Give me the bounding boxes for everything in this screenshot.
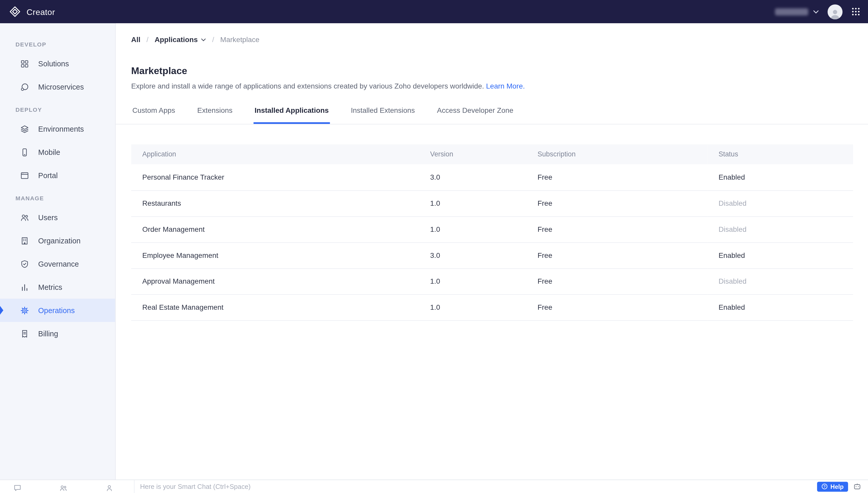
users-icon bbox=[20, 213, 29, 222]
cell-application: Restaurants bbox=[131, 190, 419, 216]
cell-status: Disabled bbox=[707, 268, 853, 294]
cell-application: Approval Management bbox=[131, 268, 419, 294]
breadcrumb-separator: / bbox=[212, 35, 214, 43]
sidebar-item-environments[interactable]: Environments bbox=[0, 117, 115, 141]
cell-application: Personal Finance Tracker bbox=[131, 164, 419, 190]
cell-version: 1.0 bbox=[419, 268, 526, 294]
sidebar-item-metrics[interactable]: Metrics bbox=[0, 275, 115, 299]
solutions-icon bbox=[20, 59, 29, 68]
cell-status: Enabled bbox=[707, 242, 853, 269]
cell-version: 1.0 bbox=[419, 190, 526, 216]
cell-status: Disabled bbox=[707, 190, 853, 216]
chat-icon[interactable] bbox=[13, 484, 21, 492]
main-content: All / Applications / Marketplace Marketp… bbox=[116, 23, 868, 479]
cell-version: 3.0 bbox=[419, 242, 526, 269]
user-icon[interactable] bbox=[105, 484, 113, 492]
cell-subscription: Free bbox=[526, 164, 707, 190]
tab-installed-extensions[interactable]: Installed Extensions bbox=[350, 103, 416, 124]
contacts-icon[interactable] bbox=[59, 484, 67, 492]
cell-status: Enabled bbox=[707, 164, 853, 190]
sidebar-section-manage: MANAGE bbox=[0, 187, 115, 206]
apps-grid-icon[interactable] bbox=[851, 7, 860, 16]
billing-icon bbox=[20, 329, 29, 338]
sidebar-item-label: Environments bbox=[38, 125, 84, 133]
cell-subscription: Free bbox=[526, 294, 707, 320]
col-status: Status bbox=[707, 144, 853, 164]
sidebar-item-label: Metrics bbox=[38, 283, 62, 291]
chevron-down-icon bbox=[813, 9, 819, 14]
smart-chat-input[interactable]: Here is your Smart Chat (Ctrl+Space) bbox=[135, 483, 817, 490]
breadcrumb-separator: / bbox=[146, 35, 148, 43]
sidebar-item-governance[interactable]: Governance bbox=[0, 252, 115, 275]
sidebar-item-operations[interactable]: Operations bbox=[0, 299, 115, 322]
microservices-icon bbox=[20, 82, 29, 91]
topbar: Creator bbox=[0, 0, 868, 23]
col-application: Application bbox=[131, 144, 419, 164]
svg-text:?: ? bbox=[824, 485, 826, 489]
table-row[interactable]: Approval Management 1.0 Free Disabled bbox=[131, 268, 853, 294]
table-row[interactable]: Order Management 1.0 Free Disabled bbox=[131, 216, 853, 242]
sidebar-item-organization[interactable]: Organization bbox=[0, 229, 115, 252]
environments-icon bbox=[20, 124, 29, 133]
page-description-text: Explore and install a wide range of appl… bbox=[131, 82, 484, 90]
metrics-icon bbox=[20, 282, 29, 292]
installed-applications-table-wrap: Application Version Subscription Status … bbox=[131, 144, 853, 320]
cell-version: 3.0 bbox=[419, 164, 526, 190]
organization-icon bbox=[20, 236, 29, 245]
sidebar-item-mobile[interactable]: Mobile bbox=[0, 141, 115, 164]
cell-version: 1.0 bbox=[419, 216, 526, 242]
tab-custom-apps[interactable]: Custom Apps bbox=[131, 103, 176, 124]
help-circle-icon: ? bbox=[822, 484, 828, 490]
bottom-bar: Here is your Smart Chat (Ctrl+Space) ? H… bbox=[0, 479, 868, 493]
table-row[interactable]: Personal Finance Tracker 3.0 Free Enable… bbox=[131, 164, 853, 190]
page-title: Marketplace bbox=[131, 65, 853, 77]
sidebar-item-label: Users bbox=[38, 213, 58, 221]
page-description: Explore and install a wide range of appl… bbox=[131, 82, 853, 90]
sidebar-item-label: Organization bbox=[38, 236, 81, 245]
sidebar-item-label: Solutions bbox=[38, 59, 69, 68]
cell-application: Real Estate Management bbox=[131, 294, 419, 320]
tab-access-developer-zone[interactable]: Access Developer Zone bbox=[436, 103, 514, 124]
table-header-row: Application Version Subscription Status bbox=[131, 144, 853, 164]
help-button[interactable]: ? Help bbox=[817, 481, 848, 492]
cell-subscription: Free bbox=[526, 242, 707, 269]
sidebar-item-label: Governance bbox=[38, 260, 79, 268]
breadcrumb-applications[interactable]: Applications bbox=[154, 35, 206, 43]
sidebar: DEVELOP Solutions Microservices DEPLOY bbox=[0, 23, 116, 479]
cell-status: Enabled bbox=[707, 294, 853, 320]
cell-version: 1.0 bbox=[419, 294, 526, 320]
installed-applications-table: Application Version Subscription Status … bbox=[131, 144, 853, 320]
learn-more-link[interactable]: Learn More. bbox=[486, 82, 525, 90]
table-row[interactable]: Real Estate Management 1.0 Free Enabled bbox=[131, 294, 853, 320]
tab-installed-applications[interactable]: Installed Applications bbox=[253, 103, 330, 124]
app-title: Creator bbox=[27, 7, 55, 16]
sidebar-item-microservices[interactable]: Microservices bbox=[0, 75, 115, 98]
tab-bar: Custom Apps Extensions Installed Applica… bbox=[116, 103, 868, 125]
sidebar-item-solutions[interactable]: Solutions bbox=[0, 52, 115, 75]
account-menu[interactable] bbox=[775, 8, 819, 15]
sidebar-section-deploy: DEPLOY bbox=[0, 98, 115, 117]
portal-icon bbox=[20, 171, 29, 180]
sidebar-item-label: Portal bbox=[38, 171, 58, 179]
col-version: Version bbox=[419, 144, 526, 164]
breadcrumb-all[interactable]: All bbox=[131, 35, 141, 43]
tab-extensions[interactable]: Extensions bbox=[196, 103, 233, 124]
sidebar-item-portal[interactable]: Portal bbox=[0, 164, 115, 187]
sidebar-item-billing[interactable]: Billing bbox=[0, 322, 115, 345]
help-button-label: Help bbox=[830, 483, 844, 490]
sidebar-item-label: Mobile bbox=[38, 148, 60, 156]
cell-subscription: Free bbox=[526, 190, 707, 216]
table-row[interactable]: Employee Management 3.0 Free Enabled bbox=[131, 242, 853, 269]
breadcrumb-marketplace: Marketplace bbox=[220, 35, 260, 43]
sidebar-item-users[interactable]: Users bbox=[0, 206, 115, 229]
chevron-down-icon bbox=[201, 38, 206, 42]
cell-subscription: Free bbox=[526, 216, 707, 242]
sidebar-item-label: Billing bbox=[38, 329, 58, 338]
cell-application: Employee Management bbox=[131, 242, 419, 269]
breadcrumb: All / Applications / Marketplace bbox=[131, 34, 853, 44]
operations-gear-icon bbox=[20, 306, 29, 315]
sidebar-item-label: Microservices bbox=[38, 83, 84, 91]
table-row[interactable]: Restaurants 1.0 Free Disabled bbox=[131, 190, 853, 216]
avatar[interactable] bbox=[828, 4, 843, 19]
smart-chat-bot-icon[interactable] bbox=[853, 483, 861, 491]
